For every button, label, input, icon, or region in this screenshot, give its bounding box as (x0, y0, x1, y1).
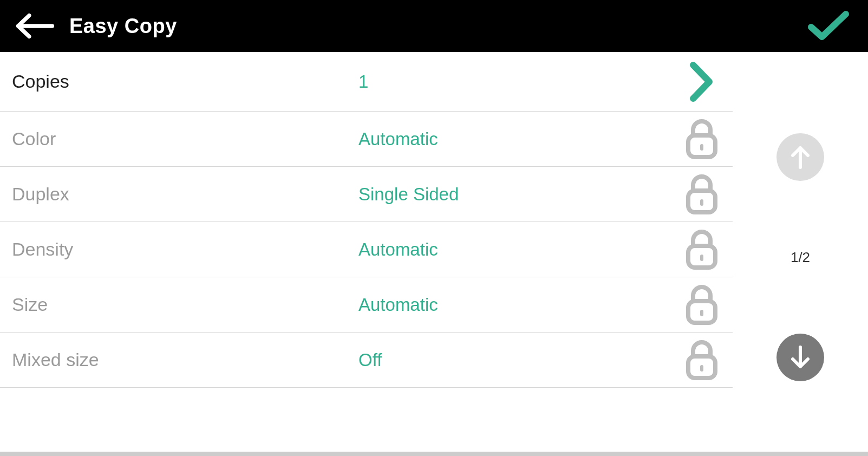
row-density: Density Automatic (0, 222, 733, 277)
svg-rect-7 (700, 310, 703, 316)
page-title: Easy Copy (69, 15, 177, 38)
pager: 1/2 (733, 52, 868, 452)
row-label: Density (12, 239, 358, 260)
row-label: Mixed size (12, 349, 358, 370)
lock-icon (684, 339, 720, 381)
chevron-right-icon (690, 61, 714, 103)
arrow-up-icon (789, 144, 811, 171)
row-value: Automatic (358, 129, 677, 149)
row-label: Color (12, 128, 358, 149)
svg-rect-9 (700, 365, 703, 372)
lock-icon (684, 173, 720, 216)
page-up-button (776, 133, 824, 181)
lock-icon (684, 229, 720, 271)
content: Copies 1 Color Automatic Duplex (0, 52, 868, 452)
row-value: Single Sided (358, 184, 677, 205)
back-button[interactable] (15, 6, 54, 45)
row-label: Copies (12, 71, 358, 92)
row-value: Automatic (358, 295, 677, 315)
row-copies[interactable]: Copies 1 (0, 52, 733, 112)
svg-rect-3 (700, 199, 703, 206)
settings-list: Copies 1 Color Automatic Duplex (0, 52, 733, 452)
row-action (677, 61, 726, 103)
pager-label: 1/2 (791, 249, 810, 266)
row-action (677, 118, 726, 160)
header: Easy Copy (0, 0, 868, 52)
confirm-button[interactable] (804, 2, 853, 50)
lock-icon (684, 284, 720, 326)
page-down-button[interactable] (776, 334, 824, 381)
row-action (677, 229, 726, 271)
row-color: Color Automatic (0, 112, 733, 167)
arrow-down-icon (789, 344, 811, 371)
row-action (677, 284, 726, 326)
row-value: Off (358, 350, 677, 370)
lock-icon (684, 118, 720, 160)
row-action (677, 339, 726, 381)
svg-rect-1 (700, 144, 703, 151)
checkmark-icon (807, 10, 850, 42)
row-duplex: Duplex Single Sided (0, 167, 733, 222)
row-mixed-size: Mixed size Off (0, 333, 733, 388)
row-label: Size (12, 294, 358, 315)
row-label: Duplex (12, 184, 358, 205)
row-value: 1 (358, 71, 677, 92)
svg-rect-5 (700, 255, 703, 261)
row-value: Automatic (358, 239, 677, 260)
arrow-left-icon (15, 12, 54, 40)
row-size: Size Automatic (0, 277, 733, 333)
row-action (677, 173, 726, 216)
